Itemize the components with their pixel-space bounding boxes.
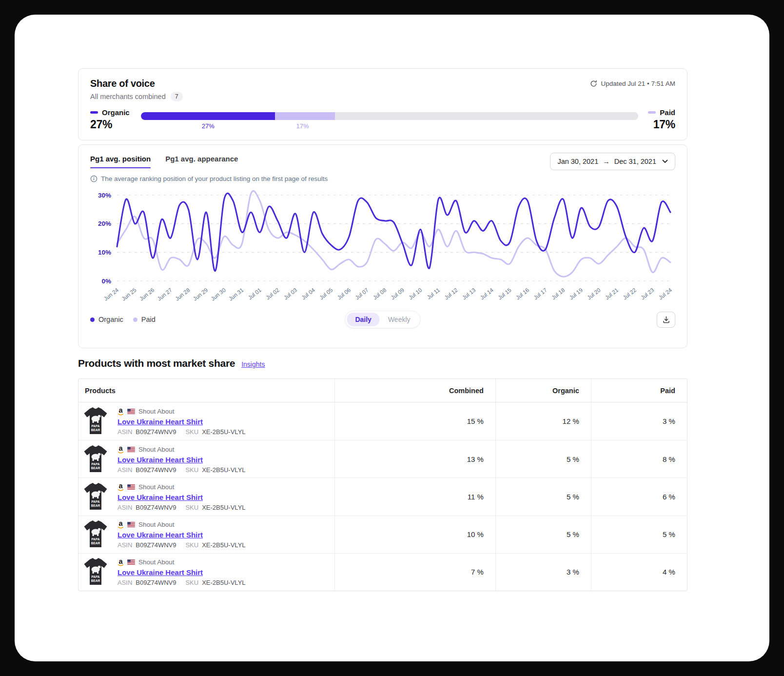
svg-text:Jul 23: Jul 23 bbox=[640, 287, 655, 300]
sku-label: SKU bbox=[185, 579, 198, 586]
sku-value: XE-2B5U-VLYL bbox=[202, 541, 245, 549]
merchant-count-badge: 7 bbox=[171, 92, 183, 101]
svg-text:BEAR: BEAR bbox=[91, 579, 100, 582]
svg-text:Jul 15: Jul 15 bbox=[497, 287, 512, 300]
products-table: Products Combined Organic Paid PAPA BEAR bbox=[78, 378, 687, 591]
legend-organic-label: Organic bbox=[98, 316, 123, 323]
svg-text:30%: 30% bbox=[98, 192, 111, 199]
products-heading: Products with most market share bbox=[78, 358, 235, 369]
asin-label: ASIN bbox=[118, 466, 132, 474]
table-row: PAPA BEAR a Shout About Love Ukraine Hea… bbox=[78, 402, 687, 440]
product-link[interactable]: Love Ukraine Heart Shirt bbox=[118, 568, 203, 577]
merchant-name: Shout About bbox=[138, 521, 175, 528]
sku-label: SKU bbox=[185, 504, 198, 511]
svg-text:Jul 06: Jul 06 bbox=[336, 287, 352, 300]
toggle-weekly[interactable]: Weekly bbox=[380, 313, 419, 326]
organic-value: 5 % bbox=[495, 478, 591, 515]
product-image: PAPA BEAR bbox=[82, 482, 109, 512]
paid-value: 3 % bbox=[591, 402, 687, 440]
product-link[interactable]: Love Ukraine Heart Shirt bbox=[118, 418, 203, 426]
bar-organic-label: 27% bbox=[202, 122, 215, 130]
sku-value: XE-2B5U-VLYL bbox=[202, 466, 245, 474]
legend-item-paid: Paid bbox=[133, 316, 156, 323]
amazon-icon: a bbox=[118, 558, 124, 567]
paid-legend-label: Paid bbox=[660, 108, 675, 117]
svg-text:Jun 30: Jun 30 bbox=[210, 287, 227, 302]
amazon-icon: a bbox=[118, 445, 124, 454]
organic-legend: Organic 27% bbox=[90, 108, 131, 131]
tab-pg1-avg-appearance[interactable]: Pg1 avg. appearance bbox=[165, 155, 238, 168]
us-flag-icon bbox=[127, 484, 135, 490]
date-range-button[interactable]: Jan 30, 2021 → Dec 31, 2021 bbox=[550, 153, 675, 170]
svg-text:BEAR: BEAR bbox=[91, 541, 100, 545]
paid-share-value: 17% bbox=[648, 118, 675, 131]
sku-label: SKU bbox=[185, 541, 198, 549]
product-link[interactable]: Love Ukraine Heart Shirt bbox=[118, 493, 203, 501]
paid-legend: Paid 17% bbox=[648, 108, 675, 131]
organic-dot-icon bbox=[90, 318, 95, 322]
svg-text:Jul 17: Jul 17 bbox=[532, 287, 548, 300]
svg-text:PAPA: PAPA bbox=[91, 575, 99, 578]
svg-text:Jul 07: Jul 07 bbox=[354, 287, 370, 300]
product-link[interactable]: Love Ukraine Heart Shirt bbox=[118, 456, 203, 464]
table-row: PAPA BEAR a Shout About Love Ukraine Hea… bbox=[78, 440, 687, 477]
column-header-products: Products bbox=[78, 379, 334, 402]
svg-text:Jun 24: Jun 24 bbox=[103, 287, 120, 302]
svg-text:BEAR: BEAR bbox=[91, 503, 100, 507]
svg-text:Jul 02: Jul 02 bbox=[265, 287, 280, 300]
product-image: PAPA BEAR bbox=[82, 557, 109, 587]
combined-value: 7 % bbox=[334, 554, 495, 591]
products-table-body: PAPA BEAR a Shout About Love Ukraine Hea… bbox=[78, 402, 687, 591]
svg-text:Jul 09: Jul 09 bbox=[390, 287, 405, 300]
amazon-icon: a bbox=[118, 520, 124, 529]
table-row: PAPA BEAR a Shout About Love Ukraine Hea… bbox=[78, 477, 687, 515]
svg-text:PAPA: PAPA bbox=[91, 500, 99, 503]
combined-value: 11 % bbox=[334, 478, 495, 515]
svg-text:Jul 18: Jul 18 bbox=[550, 287, 566, 300]
column-header-combined: Combined bbox=[334, 379, 495, 402]
organic-legend-label: Organic bbox=[102, 108, 130, 117]
amazon-icon: a bbox=[118, 407, 124, 416]
svg-text:0%: 0% bbox=[101, 278, 111, 285]
organic-value: 5 % bbox=[495, 440, 591, 477]
svg-text:BEAR: BEAR bbox=[91, 466, 100, 469]
toggle-daily[interactable]: Daily bbox=[347, 313, 379, 326]
svg-text:Jul 08: Jul 08 bbox=[372, 287, 388, 300]
svg-text:10%: 10% bbox=[98, 249, 111, 256]
svg-text:Jun 29: Jun 29 bbox=[192, 287, 209, 302]
sku-label: SKU bbox=[185, 466, 198, 474]
column-header-organic: Organic bbox=[495, 379, 591, 402]
chart-tabs: Pg1 avg. position Pg1 avg. appearance bbox=[90, 155, 238, 168]
legend-item-organic: Organic bbox=[90, 316, 123, 323]
svg-text:Jun 31: Jun 31 bbox=[228, 287, 245, 302]
insights-link[interactable]: Insights bbox=[241, 360, 265, 368]
line-chart: 0%10%20%30%Jun 24Jun 25Jun 26Jun 27Jun 2… bbox=[90, 184, 676, 314]
asin-value: B09Z74WNV9 bbox=[136, 504, 176, 511]
merchant-name: Shout About bbox=[138, 446, 175, 453]
sku-value: XE-2B5U-VLYL bbox=[202, 428, 245, 436]
merchant-name: Shout About bbox=[138, 408, 175, 415]
download-button[interactable] bbox=[657, 312, 675, 328]
paid-value: 5 % bbox=[591, 516, 687, 553]
panel-title: Share of voice bbox=[90, 78, 155, 89]
organic-swatch bbox=[90, 111, 98, 114]
sync-icon bbox=[590, 80, 597, 87]
updated-text: Updated Jul 21 • 7:51 AM bbox=[601, 80, 675, 87]
product-link[interactable]: Love Ukraine Heart Shirt bbox=[118, 531, 203, 539]
combined-value: 15 % bbox=[334, 402, 495, 440]
download-icon bbox=[662, 316, 670, 324]
sku-value: XE-2B5U-VLYL bbox=[202, 504, 245, 511]
tab-pg1-avg-position[interactable]: Pg1 avg. position bbox=[90, 155, 151, 168]
combined-value: 13 % bbox=[334, 440, 495, 477]
svg-text:Jun 27: Jun 27 bbox=[156, 287, 173, 302]
asin-label: ASIN bbox=[118, 579, 132, 586]
svg-text:Jul 21: Jul 21 bbox=[604, 287, 620, 300]
bar-paid-segment bbox=[275, 112, 334, 120]
svg-text:Jun 28: Jun 28 bbox=[174, 287, 191, 302]
arrow-right-icon: → bbox=[603, 158, 610, 165]
organic-value: 12 % bbox=[495, 402, 591, 440]
paid-value: 4 % bbox=[591, 554, 687, 591]
us-flag-icon bbox=[127, 559, 135, 565]
svg-text:Jun 25: Jun 25 bbox=[120, 287, 137, 302]
combined-value: 10 % bbox=[334, 516, 495, 553]
